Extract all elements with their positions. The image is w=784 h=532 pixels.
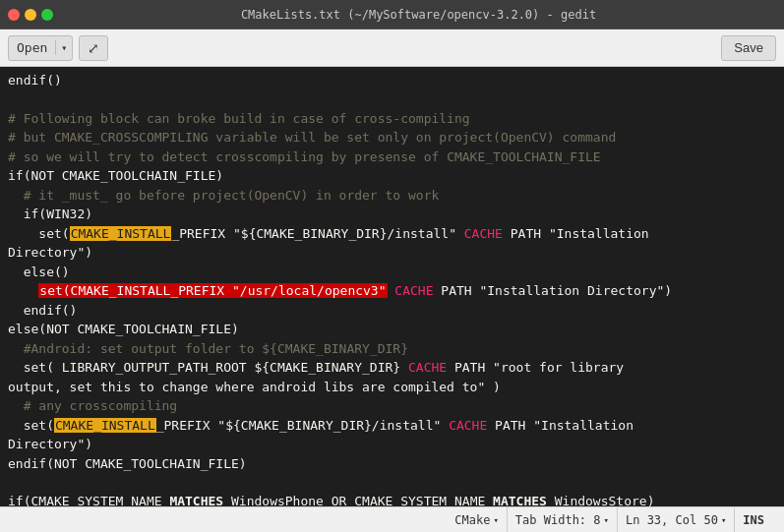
tab-width-section[interactable]: Tab Width: 8 ▾: [508, 507, 618, 532]
position-arrow-icon: ▾: [721, 515, 726, 525]
minimize-button[interactable]: [25, 9, 36, 21]
position-label: Ln 33, Col 50: [626, 513, 718, 527]
window-controls: [8, 9, 53, 21]
language-dropdown-arrow-icon: ▾: [493, 515, 498, 525]
toolbar: Open ▾ ⤢ Save: [0, 30, 784, 67]
language-section[interactable]: CMake ▾: [447, 507, 508, 532]
tab-width-arrow-icon: ▾: [604, 515, 609, 525]
code-editor[interactable]: endif() # Following block can broke buil…: [0, 67, 784, 506]
code-line: # but CMAKE_CROSSCOMPILING variable will…: [8, 128, 776, 148]
code-line: set(CMAKE_INSTALL_PREFIX "${CMAKE_BINARY…: [8, 416, 776, 436]
code-line: set(CMAKE_INSTALL_PREFIX "${CMAKE_BINARY…: [8, 224, 776, 244]
code-line: set(CMAKE_INSTALL_PREFIX "/usr/local/ope…: [8, 281, 776, 301]
code-line: #Android: set output folder to ${CMAKE_B…: [8, 339, 776, 359]
open-button[interactable]: Open ▾: [8, 35, 73, 61]
code-line: endif(NOT CMAKE_TOOLCHAIN_FILE): [8, 454, 776, 474]
open-button-label: Open: [9, 40, 56, 55]
open-dropdown-arrow-icon[interactable]: ▾: [56, 42, 72, 53]
code-line: endif(): [8, 301, 776, 321]
maximize-button[interactable]: [41, 9, 53, 21]
code-line: # any crosscompiling: [8, 396, 776, 416]
code-line: else(NOT CMAKE_TOOLCHAIN_FILE): [8, 320, 776, 339]
language-label: CMake: [454, 513, 490, 527]
code-line: set( LIBRARY_OUTPUT_PATH_ROOT ${CMAKE_BI…: [8, 358, 776, 378]
position-dropdown[interactable]: Ln 33, Col 50 ▾: [626, 513, 726, 527]
code-line: # so we will try to detect crosscompilin…: [8, 148, 776, 167]
position-section[interactable]: Ln 33, Col 50 ▾: [618, 507, 735, 532]
code-line: Directory"): [8, 243, 776, 263]
code-line: # Following block can broke build in cas…: [8, 109, 776, 129]
code-line: # it _must_ go before project(OpenCV) in…: [8, 186, 776, 206]
code-line: Directory"): [8, 435, 776, 454]
statusbar: CMake ▾ Tab Width: 8 ▾ Ln 33, Col 50 ▾ I…: [0, 506, 784, 532]
code-line: else(): [8, 263, 776, 282]
code-line: output, set this to change where android…: [8, 378, 776, 397]
tab-width-label: Tab Width: 8: [515, 513, 601, 527]
code-line: [8, 90, 776, 109]
save-button[interactable]: Save: [721, 35, 776, 61]
tab-width-dropdown[interactable]: Tab Width: 8 ▾: [515, 513, 609, 527]
close-button[interactable]: [8, 9, 20, 21]
code-line: endif(): [8, 71, 776, 90]
code-line: if(WIN32): [8, 205, 776, 224]
insert-mode-label: INS: [743, 513, 764, 527]
embed-button[interactable]: ⤢: [79, 35, 108, 61]
language-dropdown[interactable]: CMake ▾: [454, 513, 499, 527]
ins-section: INS: [735, 507, 772, 532]
embed-icon: ⤢: [88, 40, 99, 56]
code-line: [8, 473, 776, 492]
code-line: if(NOT CMAKE_TOOLCHAIN_FILE): [8, 166, 776, 186]
titlebar: CMakeLists.txt (~/MySoftware/opencv-3.2.…: [0, 0, 784, 30]
code-line: if(CMAKE_SYSTEM_NAME MATCHES WindowsPhon…: [8, 492, 776, 506]
window-title: CMakeLists.txt (~/MySoftware/opencv-3.2.…: [61, 8, 776, 22]
